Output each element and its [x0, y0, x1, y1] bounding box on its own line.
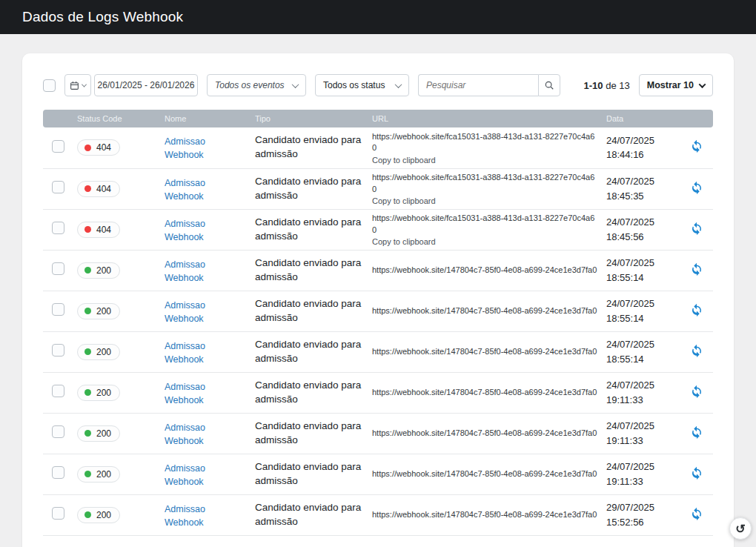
- status-dot-icon: [84, 348, 91, 355]
- status-code: 404: [96, 142, 111, 153]
- webhook-name-link[interactable]: Admissao Webhook: [165, 382, 205, 405]
- calendar-button[interactable]: [64, 74, 91, 96]
- webhook-name-link[interactable]: Admissao Webhook: [165, 219, 205, 242]
- status-code: 200: [96, 388, 111, 398]
- log-date: 24/07/2025: [606, 215, 675, 230]
- events-filter-select[interactable]: Todos os eventos: [207, 74, 306, 96]
- row-checkbox[interactable]: [52, 262, 64, 275]
- sync-icon[interactable]: [690, 303, 703, 316]
- header-checkbox-column: [43, 110, 73, 127]
- event-type: Candidato enviado para admissão: [255, 379, 363, 407]
- table-row: 200 Admissao Webhook Candidato enviado p…: [43, 494, 713, 535]
- log-time: 18:55:14: [606, 311, 675, 326]
- status-badge: 404: [77, 222, 120, 238]
- sync-icon[interactable]: [690, 344, 703, 357]
- row-checkbox[interactable]: [52, 425, 64, 438]
- history-icon: ↺: [735, 522, 745, 536]
- row-checkbox[interactable]: [52, 140, 64, 153]
- chevron-down-icon: [395, 81, 402, 88]
- logs-card: 26/01/2025 - 26/01/2026 Todos os eventos…: [22, 53, 734, 547]
- status-filter-select[interactable]: Todos os status: [315, 74, 409, 96]
- row-checkbox[interactable]: [52, 344, 64, 357]
- status-filter-value: Todos os status: [323, 80, 385, 90]
- webhook-name-link[interactable]: Admissao Webhook: [165, 136, 205, 160]
- search-button[interactable]: [538, 74, 560, 96]
- date-range-input[interactable]: 26/01/2025 - 26/01/2026: [94, 74, 198, 96]
- status-dot-icon: [84, 145, 91, 151]
- table-row: 404 Admissao Webhook Candidato enviado p…: [43, 168, 713, 209]
- log-time: 18:45:56: [606, 230, 675, 245]
- webhook-name-link[interactable]: Admissao Webhook: [165, 178, 205, 202]
- copy-to-clipboard-link[interactable]: Copy to clipboard: [372, 237, 597, 246]
- log-date: 24/07/2025: [606, 296, 675, 311]
- page-size-select[interactable]: Mostrar 10: [639, 74, 713, 96]
- sync-icon[interactable]: [690, 222, 703, 235]
- table-row: 200 Admissao Webhook Candidato enviado p…: [43, 291, 713, 331]
- webhook-url: https://webhook.site/147804c7-85f0-4e08-…: [372, 468, 597, 480]
- event-type: Candidato enviado para admissão: [255, 338, 363, 366]
- webhook-name-link[interactable]: Admissao Webhook: [165, 504, 205, 528]
- webhook-name-link[interactable]: Admissao Webhook: [165, 259, 205, 283]
- sync-icon[interactable]: [690, 181, 703, 194]
- event-type: Candidato enviado para admissão: [255, 133, 363, 162]
- status-dot-icon: [84, 430, 91, 437]
- copy-to-clipboard-link[interactable]: Copy to clipboard: [372, 196, 597, 205]
- row-checkbox[interactable]: [52, 181, 64, 193]
- search-input[interactable]: [418, 74, 538, 96]
- status-code: 200: [96, 469, 111, 480]
- table-row: 404 Admissao Webhook Candidato enviado p…: [43, 209, 713, 250]
- webhook-url: https://webhook.site/147804c7-85f0-4e08-…: [372, 387, 597, 398]
- webhook-name-link[interactable]: Admissao Webhook: [165, 341, 205, 365]
- row-checkbox[interactable]: [52, 466, 64, 479]
- sync-icon[interactable]: [690, 425, 703, 439]
- status-code: 200: [96, 265, 111, 276]
- sync-icon[interactable]: [690, 507, 703, 520]
- events-filter-value: Todos os eventos: [215, 80, 285, 90]
- row-checkbox[interactable]: [52, 303, 64, 316]
- webhook-name-link[interactable]: Admissao Webhook: [165, 300, 205, 324]
- event-type: Candidato enviado para admissão: [255, 256, 363, 285]
- webhook-url: https://webhook.site/147804c7-85f0-4e08-…: [372, 305, 597, 316]
- status-dot-icon: [84, 511, 91, 518]
- status-dot-icon: [84, 185, 91, 192]
- pagination-range: 1-10: [584, 80, 603, 91]
- column-url: URL: [368, 110, 602, 127]
- log-time: 18:44:16: [606, 147, 675, 162]
- row-checkbox[interactable]: [52, 385, 64, 397]
- history-button[interactable]: ↺: [729, 517, 752, 540]
- column-status-code: Status Code: [73, 110, 160, 127]
- webhook-name-link[interactable]: Admissao Webhook: [165, 463, 205, 487]
- webhook-name-link[interactable]: Admissao Webhook: [165, 422, 205, 446]
- pagination-total: de 13: [606, 80, 630, 91]
- select-all-checkbox[interactable]: [43, 79, 56, 92]
- log-time: 18:55:14: [606, 271, 675, 285]
- webhook-url: https://webhook.site/147804c7-85f0-4e08-…: [372, 346, 597, 357]
- chevron-down-icon: [699, 81, 706, 88]
- calendar-icon: [70, 81, 79, 90]
- log-time: 19:11:33: [606, 434, 675, 448]
- row-checkbox[interactable]: [52, 222, 64, 234]
- log-time: 19:11:33: [606, 393, 675, 408]
- toolbar: 26/01/2025 - 26/01/2026 Todos os eventos…: [43, 74, 713, 96]
- sync-icon[interactable]: [690, 385, 703, 398]
- row-checkbox[interactable]: [52, 507, 64, 520]
- copy-to-clipboard-link[interactable]: Copy to clipboard: [372, 156, 597, 165]
- sync-icon[interactable]: [690, 139, 703, 153]
- table-body: 404 Admissao Webhook Candidato enviado p…: [43, 127, 713, 535]
- page-size-value: Mostrar 10: [647, 80, 694, 90]
- sync-icon[interactable]: [690, 466, 703, 480]
- table-row: 200 Admissao Webhook Candidato enviado p…: [43, 454, 713, 494]
- event-type: Candidato enviado para admissão: [255, 175, 363, 203]
- status-badge: 200: [77, 425, 120, 442]
- table-row: 404 Admissao Webhook Candidato enviado p…: [43, 127, 713, 168]
- column-nome: Nome: [160, 110, 251, 127]
- webhook-url: https://webhook.site/147804c7-85f0-4e08-…: [372, 265, 597, 276]
- log-date: 24/07/2025: [606, 378, 675, 393]
- sync-icon[interactable]: [690, 262, 703, 276]
- status-code: 404: [96, 225, 111, 235]
- column-data: Data: [602, 110, 680, 127]
- column-actions: [680, 110, 713, 127]
- webhook-url: https://webhook.site/fca15031-a388-413d-…: [372, 131, 597, 154]
- column-tipo: Tipo: [251, 110, 368, 127]
- app-header: Dados de Logs Webhook: [0, 0, 756, 34]
